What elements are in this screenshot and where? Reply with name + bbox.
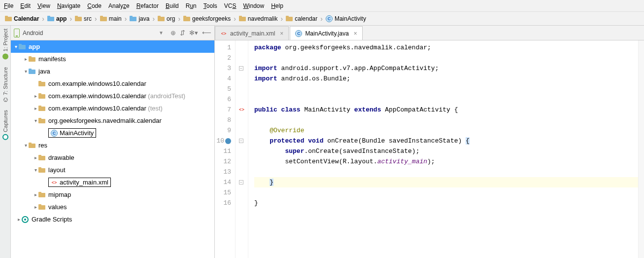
crumb-java[interactable]: java [128,15,151,22]
crumb-gfg[interactable]: geeksforgeeks [181,15,233,22]
chevron-right-icon: › [69,15,72,23]
crumb-label: main [109,15,122,22]
folder-icon [286,16,293,21]
tool-captures[interactable]: Captures [2,110,8,140]
tab-mainactivity[interactable]: CMainActivity.java× [290,26,363,40]
tool-label: Captures [2,110,8,132]
crumb-org[interactable]: org [156,15,177,22]
tree-node-pkg1[interactable]: com.example.windows10.calendar [11,77,214,90]
target-icon[interactable]: ⊕ [170,29,176,37]
tool-label: 7: Structure [2,67,8,95]
crumb-naved[interactable]: navedmalik [237,15,280,22]
menu-run[interactable]: Run [186,2,197,9]
code-editor[interactable]: 1 2 3 4 5 6 7 8 9 10 11 12 13 14 15 16 − [215,40,644,258]
menu-refactor[interactable]: Refactor [136,2,159,9]
fold-icon[interactable]: − [239,66,243,71]
code-text: AppCompatActivity { [381,106,458,113]
folder-icon [38,192,45,197]
crumb-app[interactable]: app [45,15,68,22]
project-tree: ▾app ▸manifests ▾java com.example.window… [11,40,214,258]
folder-icon [38,118,45,123]
tool-project[interactable]: 1: Project [2,29,8,59]
close-icon[interactable]: × [354,30,357,37]
tree-node-gradle[interactable]: ▸Gradle Scripts [11,213,214,225]
project-view-title[interactable]: Android [23,30,43,37]
code-text: .onCreate(savedInstanceState); [304,147,419,155]
tree-suffix: (test) [146,105,163,112]
gear-icon[interactable]: ✻▾ [189,29,198,37]
folder-icon [38,155,45,160]
crumb-calendar-pkg[interactable]: calendar [284,15,319,22]
xml-icon: <> [220,30,227,37]
tool-structure[interactable]: ⌬7: Structure [2,67,8,102]
folder-icon [75,16,82,21]
crumb-label: Calendar [14,15,39,22]
menu-tools[interactable]: Tools [203,2,217,9]
tree-node-app[interactable]: ▾app [11,40,214,53]
tool-label: 1: Project [2,29,8,51]
crumb-calendar[interactable]: Calendar [3,15,41,22]
tree-node-activity-xml[interactable]: <>activity_main.xml [11,176,214,188]
fold-icon[interactable]: − [239,180,243,184]
line-number: 11 [215,146,231,156]
tree-label: com.example.windows10.calendar [48,105,146,112]
code-text: MainActivity [301,106,354,113]
chevron-right-icon: › [320,15,323,23]
menu-code[interactable]: Code [87,2,102,9]
tree-label: java [38,68,50,75]
crumb-mainactivity[interactable]: CMainActivity [324,15,368,22]
close-icon[interactable]: × [280,30,283,37]
tree-node-pkg4[interactable]: ▾org.geeksforgeeks.navedmalik.calendar [11,114,214,127]
folder-icon [239,16,246,21]
left-tool-strip: 1: Project ⌬7: Structure Captures [0,26,11,258]
line-number: 13 [215,167,231,177]
code-text: android.os.Bundle; [277,75,350,82]
code-text[interactable]: package org.geeksforgeeks.navedmalik.cal… [248,40,644,258]
menu-navigate[interactable]: Navigate [57,2,80,9]
tree-label: activity_main.xml [60,179,108,186]
editor-area: <>activity_main.xml× CMainActivity.java×… [215,26,644,258]
tree-node-mipmap[interactable]: ▸mipmap [11,188,214,201]
folder-icon [29,69,35,74]
tree-label: org.geeksforgeeks.navedmalik.calendar [48,117,162,124]
folder-icon [183,16,190,21]
menu-window[interactable]: Window [243,2,264,9]
crumb-label: org [167,15,175,22]
tree-node-manifests[interactable]: ▸manifests [11,53,214,65]
tree-node-pkg2[interactable]: ▸com.example.windows10.calendar (android… [11,90,214,102]
crumb-label: src [84,15,92,22]
folder-icon [47,16,54,21]
menu-vcs[interactable]: VCS [224,2,237,9]
keyword: import [254,65,277,72]
override-gutter-icon[interactable] [225,138,231,144]
crumb-main[interactable]: main [98,15,124,22]
dropdown-icon[interactable]: ▼ [159,30,164,36]
tree-node-res[interactable]: ▾res [11,139,214,151]
menu-edit[interactable]: Edit [20,2,31,9]
line-number: 4 [215,74,231,84]
tree-node-mainactivity[interactable]: CMainActivity [11,127,214,139]
folder-icon [130,16,136,21]
tab-activity-xml[interactable]: <>activity_main.xml× [215,26,289,40]
tree-node-drawable[interactable]: ▸drawable [11,151,214,164]
crumb-src[interactable]: src [73,15,94,22]
hide-icon[interactable]: ⟵ [202,29,211,37]
code-text: setContentView(R.layout. [254,158,377,165]
fold-icon[interactable]: − [239,139,243,143]
menu-file[interactable]: File [4,2,13,9]
tree-node-pkg3[interactable]: ▸com.example.windows10.calendar (test) [11,102,214,114]
tree-node-values[interactable]: ▸values [11,201,214,213]
project-icon [2,53,8,59]
menu-view[interactable]: View [37,2,50,9]
tree-label: drawable [48,154,74,161]
tree-label: app [29,43,40,50]
breadcrumb: Calendar› app› src› main› java› org› gee… [0,12,644,26]
menu-build[interactable]: Build [166,2,179,9]
tree-node-layout[interactable]: ▾layout [11,164,214,176]
menu-help[interactable]: Help [271,2,283,9]
tree-node-java[interactable]: ▾java [11,65,214,77]
collapse-icon[interactable]: ⇵ [180,29,185,37]
line-number: 1 [215,42,231,53]
editor-marker-strip[interactable] [638,40,644,258]
menu-analyze[interactable]: Analyze [108,2,130,9]
